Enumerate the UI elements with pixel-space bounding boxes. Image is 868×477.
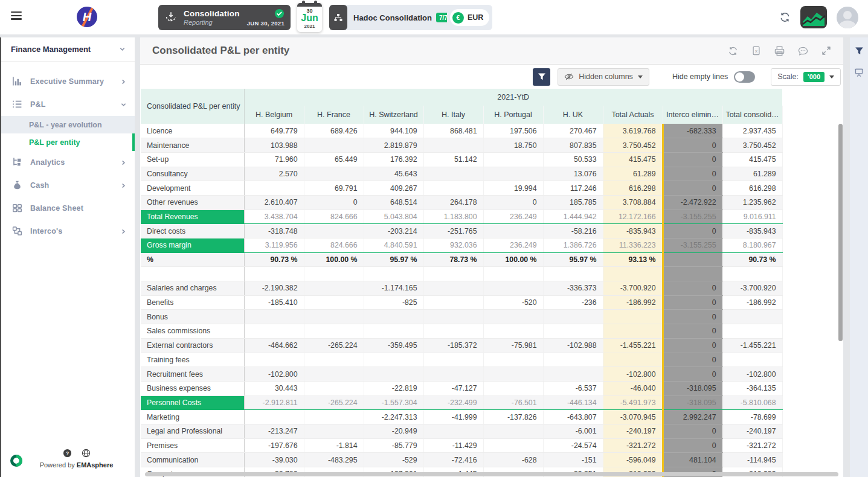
scope-selector[interactable]: Hadoc Consolidation 7/7 bbox=[329, 5, 458, 30]
cell: 2.937.435 bbox=[722, 124, 782, 138]
workflow-date: JUN 30, 2021 bbox=[247, 20, 285, 27]
sidebar-item-balance-sheet[interactable]: Balance Sheet bbox=[0, 197, 135, 220]
cell: 103.988 bbox=[244, 138, 304, 153]
filter-button[interactable] bbox=[533, 68, 550, 86]
cell bbox=[304, 310, 364, 324]
cell: -628 bbox=[483, 453, 543, 467]
print-icon[interactable] bbox=[774, 46, 785, 56]
sidebar-subitem-p-l-per-entity[interactable]: P&L per entity bbox=[0, 133, 135, 151]
cell: -5.810.068 bbox=[722, 395, 782, 410]
sidebar-item-cash[interactable]: Cash bbox=[0, 174, 135, 197]
cell: -114.945 bbox=[722, 453, 782, 467]
cell: -364.135 bbox=[722, 381, 782, 395]
scale-selector[interactable]: Scale: '000 bbox=[771, 68, 841, 86]
cell: -265.224 bbox=[304, 338, 364, 353]
row-label: Salaries and charges bbox=[141, 281, 244, 296]
consolidation-workflow-badge[interactable]: Consolidation Reporting JUN 30, 2021 bbox=[158, 5, 291, 30]
cell bbox=[722, 267, 782, 281]
cell bbox=[364, 367, 423, 382]
cell: 90.73 % bbox=[722, 252, 782, 267]
cell: 616.298 bbox=[722, 181, 782, 196]
cell bbox=[423, 295, 483, 310]
cell: 2.610.407 bbox=[244, 195, 304, 210]
cell: -137.826 bbox=[483, 410, 543, 424]
cell bbox=[244, 353, 304, 367]
cell: -1.455.221 bbox=[722, 338, 782, 353]
column-header-h-uk: H. UK bbox=[543, 106, 603, 124]
cell: 11.336.223 bbox=[603, 238, 663, 253]
column-header-total-consolid-: Total consolid… bbox=[722, 106, 782, 124]
cell: 117.246 bbox=[543, 181, 603, 196]
table-row-business-expenses: Business expenses30.443-22.819-47.127-6.… bbox=[141, 381, 782, 395]
sidebar-item-p-l[interactable]: P&L bbox=[0, 93, 135, 116]
euro-coin-icon: € bbox=[452, 12, 464, 24]
cell bbox=[304, 410, 364, 424]
column-header-h-belgium: H. Belgium bbox=[244, 106, 304, 124]
sidebar-item-label: Interco's bbox=[30, 227, 121, 235]
cell: 409.267 bbox=[364, 181, 423, 196]
cell: -102.800 bbox=[603, 367, 663, 382]
help-icon[interactable]: ? bbox=[63, 449, 72, 458]
dashboard-thumbnail-icon[interactable] bbox=[800, 6, 827, 28]
cell bbox=[364, 267, 423, 281]
cell bbox=[423, 367, 483, 382]
interco-icon bbox=[12, 226, 23, 237]
presentation-icon[interactable] bbox=[854, 68, 864, 77]
cell bbox=[304, 224, 364, 238]
cell bbox=[304, 267, 364, 281]
filter-panel-icon[interactable] bbox=[855, 46, 864, 56]
cell: -76.501 bbox=[483, 395, 543, 410]
table-row-licence: Licence649.779689.426944.109868.481197.5… bbox=[141, 124, 782, 138]
page-title: Consolidated P&L per entity bbox=[152, 45, 728, 57]
cell bbox=[543, 310, 603, 324]
chevron-right-icon bbox=[121, 160, 126, 165]
cell: -318.095 bbox=[663, 395, 722, 410]
table-row-salaries-and-charges: Salaries and charges-2.190.382-1.174.165… bbox=[141, 281, 782, 296]
cell: 65.449 bbox=[304, 152, 364, 167]
export-excel-icon[interactable]: x bbox=[751, 46, 761, 56]
sidebar-item-executive-summary[interactable]: Executive Summary bbox=[0, 70, 135, 93]
cell: 30.443 bbox=[244, 381, 304, 395]
table-row-training-fees: Training fees0 bbox=[141, 353, 782, 367]
column-header-h-portugal: H. Portugal bbox=[483, 106, 543, 124]
cell bbox=[244, 267, 304, 281]
cell: -102.800 bbox=[722, 367, 782, 382]
sidebar-subitem-p-l-year-evolution[interactable]: P&L - year evolution bbox=[0, 116, 135, 133]
fullscreen-icon[interactable] bbox=[821, 46, 831, 56]
cell: -240.197 bbox=[603, 424, 663, 438]
refresh-icon[interactable] bbox=[728, 46, 738, 56]
table-row-maintenance: Maintenance103.9882.819.87918.750807.835… bbox=[141, 138, 782, 153]
horizontal-scrollbar[interactable] bbox=[145, 472, 838, 476]
chevron-right-icon bbox=[121, 229, 126, 234]
hide-empty-lines-toggle[interactable] bbox=[734, 71, 755, 83]
cell: 5.043.804 bbox=[364, 210, 423, 224]
cell: -529 bbox=[364, 453, 423, 467]
cell: 0 bbox=[663, 310, 722, 324]
sidebar-section-finance-management[interactable]: Finance Management bbox=[0, 37, 135, 62]
cell bbox=[423, 138, 483, 153]
currency-selector[interactable]: € EUR bbox=[447, 5, 492, 30]
sidebar-item-interco-s[interactable]: Interco's bbox=[0, 220, 135, 243]
cell: -2.190.382 bbox=[244, 281, 304, 296]
table-row-bonus: Bonus0 bbox=[141, 310, 782, 324]
sync-icon[interactable] bbox=[779, 11, 791, 23]
cell: 3.619.768 bbox=[603, 124, 663, 138]
calendar-picker[interactable]: 30 Jun 2021 bbox=[297, 3, 322, 32]
cell: 264.178 bbox=[423, 195, 483, 210]
cell: 0 bbox=[663, 367, 722, 382]
hidden-columns-dropdown[interactable]: Hidden columns bbox=[558, 68, 649, 86]
menu-icon[interactable] bbox=[11, 11, 22, 20]
cell bbox=[543, 353, 603, 367]
cell: 45.643 bbox=[364, 167, 423, 181]
vertical-scrollbar[interactable] bbox=[838, 124, 843, 341]
row-label: Benefits bbox=[141, 295, 244, 310]
cell: -240.197 bbox=[722, 424, 782, 438]
row-label: Communication bbox=[141, 453, 244, 467]
comment-icon[interactable] bbox=[798, 46, 808, 56]
cell bbox=[543, 367, 603, 382]
sidebar-item-analytics[interactable]: Analytics bbox=[0, 151, 135, 174]
cell: -1.174.165 bbox=[364, 281, 423, 296]
cell: 2.819.879 bbox=[364, 138, 423, 153]
user-avatar[interactable] bbox=[837, 7, 858, 28]
language-globe-icon[interactable] bbox=[82, 449, 91, 458]
